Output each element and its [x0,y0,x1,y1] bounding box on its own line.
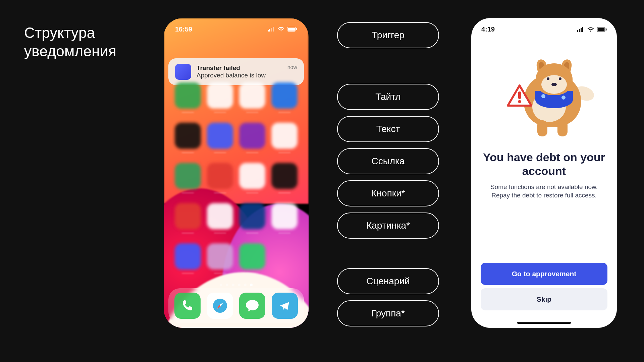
home-screen-app[interactable]: ——— [271,82,298,115]
status-bar: 16:59 [164,18,309,40]
app-icon [207,82,233,109]
home-screen-app[interactable]: ——— [271,203,298,235]
home-screen-app[interactable]: ——— [239,123,265,155]
app-icon [271,163,298,189]
svg-rect-6 [296,28,297,30]
home-screen-app[interactable]: ——— [239,203,265,235]
dog-warning-illustration [500,60,588,137]
dock [168,288,304,323]
app-label: ——— [182,271,194,276]
app-icon [207,163,233,189]
app-icon [175,243,201,269]
app-icon [271,203,298,229]
page-indicator [164,284,309,286]
svg-rect-13 [579,29,580,32]
dock-app-safari[interactable] [207,293,233,319]
home-screen-app[interactable]: ——— [175,203,201,235]
notification-title: Transfer failed [197,64,282,72]
cellular-signal-icon [268,27,275,32]
pager-dot [250,284,253,286]
pager-dot [238,284,240,286]
app-label: ——— [278,150,290,155]
home-screen-app[interactable]: ——— [271,163,298,195]
app-icon [207,123,233,149]
app-label: ——— [278,110,290,115]
svg-rect-15 [582,27,583,32]
app-label: ——— [214,271,226,276]
app-icon [175,123,201,149]
home-screen-app[interactable]: ——— [175,163,201,195]
app-label: ——— [278,190,290,195]
push-notification[interactable]: Transfer failed Approved balance is low … [168,58,304,85]
svg-rect-5 [288,28,295,31]
app-icon [175,203,201,229]
svg-rect-18 [606,28,607,31]
pill-scenario: Сценарий [337,268,439,294]
app-label: ——— [214,150,226,155]
home-screen-app[interactable]: ——— [207,243,233,276]
heading-line-2: уведомления [24,42,116,60]
home-screen-app[interactable]: ——— [175,243,201,276]
phone-mockup-notification: 16:59 Transfer failed Approved balance i… [164,18,309,328]
home-screen-app[interactable]: ——— [239,243,265,276]
dock-app-telegram[interactable] [272,293,298,319]
app-label: ——— [182,150,194,155]
app-label: ——— [182,190,194,195]
svg-rect-3 [273,27,274,32]
status-bar: 4:19 [471,18,617,33]
app-icon [175,82,201,109]
pill-title: Тайтл [337,84,439,110]
app-icon [271,123,298,149]
home-screen-app[interactable]: ——— [239,163,265,195]
go-to-approvement-button[interactable]: Go to approvement [481,263,607,285]
status-time: 16:59 [175,25,192,33]
home-screen-app[interactable]: ——— [207,163,233,195]
battery-icon [597,27,607,32]
phone-mockup-debt-screen: 4:19 [471,18,617,328]
dock-app-messages[interactable] [239,293,265,319]
status-time: 4:19 [481,25,495,33]
skip-button[interactable]: Skip [481,288,607,310]
slide-heading: Структура уведомления [24,23,116,60]
heading-line-1: Структура [24,23,116,42]
home-screen-app[interactable]: ——— [207,123,233,155]
wifi-icon [587,27,594,32]
svg-rect-2 [271,28,272,32]
notification-time: now [287,64,297,70]
app-label: ——— [182,110,194,115]
svg-rect-12 [577,30,578,32]
app-label: ——— [214,190,226,195]
svg-rect-0 [268,30,269,32]
wifi-icon [278,27,284,32]
svg-point-21 [518,100,521,103]
home-screen-app-grid: ————————————————————————————————————————… [164,82,309,281]
home-screen-app[interactable]: ——— [175,82,201,115]
screen-title: You have debt on your account [471,147,617,183]
app-label: ——— [214,231,226,235]
dock-app-phone[interactable] [174,293,201,319]
app-icon [271,82,298,109]
pager-dot [220,284,222,286]
notification-structure-labels: Триггер Тайтл Текст Ссылка Кнопки* Карти… [337,22,439,326]
pill-trigger: Триггер [337,22,439,48]
home-screen-app[interactable]: ——— [175,123,201,155]
pager-dot [244,284,247,286]
home-screen-app[interactable]: ——— [271,123,298,155]
app-icon [175,163,201,189]
app-icon [207,243,233,269]
svg-rect-1 [269,29,270,32]
app-icon [239,203,265,229]
home-screen-app[interactable]: ——— [207,203,233,235]
battery-icon [287,27,297,32]
pill-group: Группа* [337,300,439,326]
app-label: ——— [214,110,226,115]
pill-buttons: Кнопки* [337,180,439,206]
svg-rect-17 [598,28,605,31]
home-indicator [517,322,571,324]
pill-link: Ссылка [337,148,439,174]
svg-rect-14 [581,28,582,32]
app-label: ——— [182,231,194,235]
app-icon [207,203,233,229]
home-screen-app[interactable]: ——— [239,82,265,115]
home-screen-app[interactable]: ——— [207,82,233,115]
